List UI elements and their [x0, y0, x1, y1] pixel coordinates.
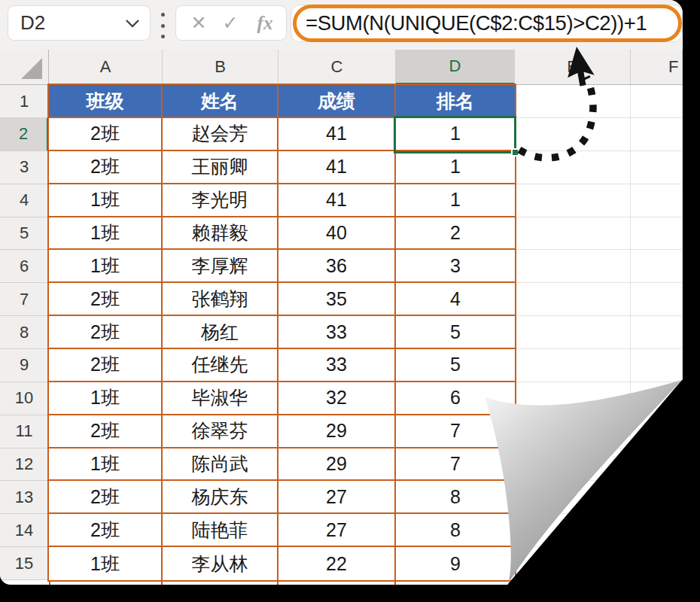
column-header-A[interactable]: A — [49, 50, 163, 85]
cell-F15[interactable] — [631, 547, 683, 580]
cell-B2[interactable]: 赵会芳 — [163, 118, 278, 151]
cell-E14[interactable] — [515, 514, 631, 547]
row-header-1[interactable]: 1 — [0, 85, 49, 118]
cell-A2[interactable]: 2班 — [49, 118, 163, 151]
column-header-C[interactable]: C — [278, 50, 396, 85]
cell-C4[interactable]: 41 — [278, 184, 396, 217]
cell-D12[interactable]: 7 — [396, 448, 515, 482]
cell-F13[interactable] — [631, 481, 683, 514]
row-header-2[interactable]: 2 — [0, 118, 49, 151]
row-header-14[interactable]: 14 — [0, 514, 49, 547]
cell-A5[interactable]: 1班 — [49, 217, 163, 251]
cell-E9[interactable] — [515, 349, 631, 382]
fill-handle[interactable] — [511, 148, 519, 157]
cell-B8[interactable]: 杨红 — [163, 316, 278, 349]
cell-E8[interactable] — [515, 316, 631, 349]
cell-D1[interactable]: 排名 — [396, 85, 515, 118]
cell-F10[interactable] — [631, 382, 683, 415]
cell-D2[interactable]: 1 — [396, 118, 515, 151]
cell-A14[interactable]: 2班 — [49, 514, 163, 547]
cell-D5[interactable]: 2 — [396, 217, 515, 251]
cell-D14[interactable]: 8 — [396, 514, 515, 547]
cell-E1[interactable] — [515, 85, 631, 118]
cell-D4[interactable]: 1 — [396, 184, 515, 217]
cell-B7[interactable]: 张鹤翔 — [163, 283, 278, 316]
cell-B11[interactable]: 徐翠芬 — [163, 415, 278, 448]
cell-D6[interactable]: 3 — [396, 250, 515, 283]
cell-C10[interactable]: 32 — [278, 382, 396, 415]
cell-B6[interactable]: 李厚辉 — [163, 250, 278, 283]
cell-D10[interactable]: 6 — [396, 382, 515, 415]
name-box[interactable]: D2 — [8, 5, 151, 41]
insert-function-icon[interactable]: fx — [248, 6, 282, 40]
cell-C9[interactable]: 33 — [278, 349, 396, 382]
cell-A8[interactable]: 2班 — [49, 316, 163, 349]
cell-A3[interactable]: 2班 — [49, 151, 163, 184]
cell-B13[interactable]: 杨庆东 — [163, 481, 278, 514]
cell-C12[interactable]: 29 — [278, 448, 396, 482]
cell-F14[interactable] — [631, 514, 683, 547]
column-header-E[interactable]: E — [515, 50, 631, 85]
cell-F5[interactable] — [631, 217, 683, 251]
cell-C2[interactable]: 41 — [278, 118, 396, 151]
cell-F7[interactable] — [631, 283, 683, 316]
row-header-9[interactable]: 9 — [0, 349, 49, 382]
cell-F3[interactable] — [631, 151, 683, 184]
cell-E5[interactable] — [515, 217, 631, 251]
cell-B10[interactable]: 毕淑华 — [163, 382, 278, 415]
cell-B4[interactable]: 李光明 — [163, 184, 278, 217]
cell-A15[interactable]: 1班 — [49, 547, 163, 580]
cell-A4[interactable]: 1班 — [49, 184, 163, 217]
cell-F6[interactable] — [631, 250, 683, 283]
cell-A9[interactable]: 2班 — [49, 349, 163, 382]
cell-A12[interactable]: 1班 — [49, 448, 163, 482]
cell-E15[interactable] — [515, 547, 631, 580]
row-header-12[interactable]: 12 — [0, 448, 49, 482]
cell-F8[interactable] — [631, 316, 683, 349]
cell-F4[interactable] — [631, 184, 683, 217]
row-header-3[interactable]: 3 — [0, 151, 49, 184]
row-header-15[interactable]: 15 — [0, 547, 49, 580]
select-all-button[interactable] — [0, 50, 49, 85]
cell-C15[interactable]: 22 — [278, 547, 396, 580]
row-header-13[interactable]: 13 — [0, 481, 49, 514]
kebab-menu-icon[interactable] — [160, 13, 166, 38]
cell-C5[interactable]: 40 — [278, 217, 396, 251]
row-header-8[interactable]: 8 — [0, 316, 49, 349]
cell-E2[interactable] — [515, 118, 631, 151]
cell-A1[interactable]: 班级 — [49, 85, 163, 118]
column-header-F[interactable]: F — [631, 50, 683, 85]
cell-A6[interactable]: 1班 — [49, 250, 163, 283]
cell-E7[interactable] — [515, 283, 631, 316]
cell-E3[interactable] — [515, 151, 631, 184]
cell-C8[interactable]: 33 — [278, 316, 396, 349]
cell-E12[interactable] — [515, 448, 631, 482]
cell-C6[interactable]: 36 — [278, 250, 396, 283]
chevron-down-icon[interactable] — [126, 20, 139, 28]
cell-F9[interactable] — [631, 349, 683, 382]
cell-C14[interactable]: 27 — [278, 514, 396, 547]
cell-C7[interactable]: 35 — [278, 283, 396, 316]
cell-F11[interactable] — [631, 415, 683, 448]
cell-D7[interactable]: 4 — [396, 283, 515, 316]
cell-A7[interactable]: 2班 — [49, 283, 163, 316]
column-header-D[interactable]: D — [396, 50, 515, 85]
cell-D15[interactable]: 9 — [396, 547, 515, 580]
row-header-10[interactable]: 10 — [0, 382, 49, 415]
cell-A10[interactable]: 1班 — [49, 382, 163, 415]
row-header-11[interactable]: 11 — [0, 415, 49, 448]
row-header-7[interactable]: 7 — [0, 283, 49, 316]
cell-D13[interactable]: 8 — [396, 481, 515, 514]
cell-B1[interactable]: 姓名 — [163, 85, 278, 118]
cell-B9[interactable]: 任继先 — [163, 349, 278, 382]
cell-F2[interactable] — [631, 118, 683, 151]
cell-E11[interactable] — [515, 415, 631, 448]
cell-E6[interactable] — [515, 250, 631, 283]
cell-C3[interactable]: 41 — [278, 151, 396, 184]
cell-E4[interactable] — [515, 184, 631, 217]
cancel-button[interactable]: ✕ — [184, 6, 214, 40]
cell-B5[interactable]: 赖群毅 — [163, 217, 278, 251]
cell-D3[interactable]: 1 — [396, 151, 515, 184]
cell-A11[interactable]: 2班 — [49, 415, 163, 448]
formula-input[interactable]: =SUM(N(UNIQUE(C$2:C$15)>C2))+1 — [306, 8, 676, 38]
